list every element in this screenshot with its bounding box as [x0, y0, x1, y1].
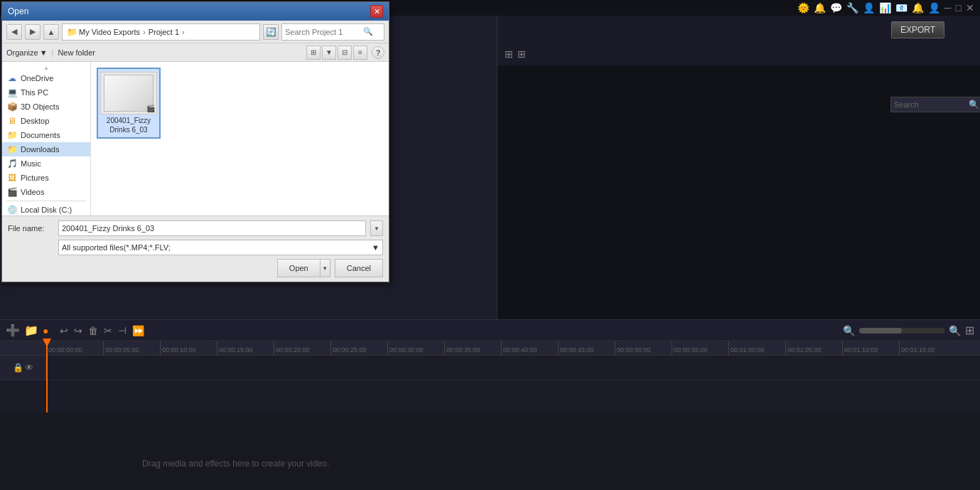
dialog-close-button[interactable]: ✕ — [370, 5, 383, 18]
dialog-titlebar: Open ✕ — [2, 2, 389, 21]
filetype-select[interactable]: All supported files(*.MP4;*.FLV; ▼ — [58, 240, 383, 255]
minimize-icon[interactable]: ─ — [944, 2, 952, 14]
filename-label: File name: — [8, 224, 54, 233]
dialog-bottom: File name: ▼ All supported files(*.MP4;*… — [2, 215, 389, 282]
delete-icon[interactable]: 🗑 — [88, 325, 98, 336]
timeline-ruler-marks: 00:00:00:00 00:00:05:00 00:00:10:00 00:0… — [46, 341, 956, 355]
zoom-out-icon[interactable]: 🔍 — [843, 325, 855, 336]
top-bar-icons: 🌞 🔔 💬 🔧 👤 📊 📧 🔔 👤 ─ □ ✕ — [797, 2, 974, 14]
desktop-icon: 🖥 — [6, 116, 18, 126]
cancel-button[interactable]: Cancel — [335, 259, 383, 277]
ruler-mark-9: 00:00:45:00 — [558, 341, 615, 355]
nav-item-music[interactable]: 🎵 Music — [2, 156, 90, 171]
nav-item-videos[interactable]: 🎬 Videos — [2, 185, 90, 199]
filename-input[interactable] — [58, 220, 366, 236]
dialog-search-input[interactable] — [285, 28, 363, 36]
dialog-body: ▲ ☁ OneDrive 💻 This PC 📦 3D Objects 🖥 De… — [2, 62, 389, 215]
ruler-mark-13: 00:01:05:00 — [785, 341, 842, 355]
timeline-needle[interactable] — [46, 341, 48, 412]
new-folder-button[interactable]: New folder — [58, 48, 95, 57]
nav-label-music: Music — [21, 159, 41, 168]
bell-icon[interactable]: 🔔 — [814, 2, 826, 14]
filter-icon[interactable]: ⊞ — [505, 48, 513, 60]
redo-icon[interactable]: ↪ — [74, 325, 82, 336]
settings-icon[interactable]: 🔧 — [846, 2, 858, 14]
cut-icon[interactable]: ✂ — [104, 325, 112, 336]
speed-icon[interactable]: ⏩ — [132, 325, 144, 336]
filetype-row: All supported files(*.MP4;*.FLV; ▼ — [8, 240, 383, 255]
help-button[interactable]: ? — [372, 46, 384, 59]
localdisk-icon: 💿 — [6, 205, 18, 215]
nav-forward-button[interactable]: ▶ — [25, 24, 41, 40]
ruler-mark-15: 00:01:15:00 — [899, 341, 956, 355]
nav-item-localdisk[interactable]: 💿 Local Disk (C:) — [2, 203, 90, 215]
chat-icon[interactable]: 💬 — [830, 2, 842, 14]
file-item-0[interactable]: 🎬 200401_FizzyDrinks 6_03 — [97, 68, 161, 139]
dialog-toolbar: ◀ ▶ ▲ 📁 My Video Exports › Project 1 › 🔄… — [2, 21, 389, 43]
nav-item-onedrive[interactable]: ☁ OneDrive — [2, 71, 90, 85]
nav-item-pictures[interactable]: 🖼 Pictures — [2, 171, 90, 185]
fit-icon[interactable]: ⊞ — [965, 324, 974, 337]
videos-icon: 🎬 — [6, 187, 18, 197]
scroll-up-indicator[interactable]: ▲ — [2, 65, 90, 71]
view-list-button[interactable]: ≡ — [353, 46, 367, 60]
search-bar[interactable]: Search 🔍 — [890, 97, 980, 112]
nav-divider — [6, 201, 86, 201]
breadcrumb-part1[interactable]: My Video Exports — [79, 28, 140, 36]
organize-button[interactable]: Organize ▼ — [6, 48, 48, 57]
ruler-mark-4: 00:00:20:00 — [274, 341, 330, 355]
timeline-ruler: 00:00:00:00 00:00:05:00 00:00:10:00 00:0… — [0, 341, 980, 356]
ruler-mark-0: 00:00:00:00 — [46, 341, 103, 355]
sun-icon[interactable]: 🌞 — [797, 2, 809, 14]
view-toggle-button[interactable]: ⊞ — [306, 46, 321, 60]
notification-icon[interactable]: 🔔 — [912, 2, 924, 14]
undo-icon[interactable]: ↩ — [60, 325, 68, 336]
pictures-icon: 🖼 — [6, 173, 18, 183]
filename-row: File name: ▼ — [8, 220, 383, 236]
profile-icon[interactable]: 👤 — [928, 2, 940, 14]
add-folder-icon[interactable]: 📁 — [24, 324, 38, 337]
ruler-mark-7: 00:00:35:00 — [444, 341, 501, 355]
ruler-mark-1: 00:00:05:00 — [103, 341, 160, 355]
maximize-icon[interactable]: □ — [956, 2, 962, 14]
ruler-mark-10: 00:00:50:00 — [615, 341, 672, 355]
nav-item-3dobjects[interactable]: 📦 3D Objects — [2, 100, 90, 114]
ruler-mark-3: 00:00:15:00 — [217, 341, 274, 355]
nav-item-thispc[interactable]: 💻 This PC — [2, 85, 90, 100]
nav-item-documents[interactable]: 📁 Documents — [2, 128, 90, 142]
dialog-toolbar2: Organize ▼ | New folder ⊞ ▼ ⊟ ≡ ? — [2, 43, 389, 62]
nav-item-downloads[interactable]: 📁 Downloads — [2, 142, 90, 156]
export-button[interactable]: EXPORT — [891, 21, 944, 38]
mail-icon[interactable]: 📧 — [895, 2, 908, 14]
track-lock-icon[interactable]: 🔒 — [13, 363, 23, 373]
ruler-mark-5: 00:00:25:00 — [330, 341, 387, 355]
nav-back-button[interactable]: ◀ — [6, 24, 22, 40]
open-dropdown-button[interactable]: ▼ — [321, 259, 330, 277]
downloads-icon: 📁 — [6, 144, 18, 154]
open-button[interactable]: Open — [277, 259, 321, 277]
track-eye-icon[interactable]: 👁 — [25, 363, 33, 373]
grid-icon[interactable]: ⊞ — [517, 48, 526, 60]
view-grid-button[interactable]: ⊟ — [338, 46, 352, 60]
zoom-in-icon[interactable]: 🔍 — [949, 325, 961, 336]
refresh-button[interactable]: 🔄 — [263, 24, 279, 40]
dialog-search-icon[interactable]: 🔍 — [363, 27, 373, 36]
timeline-tracks: 🔒 👁 — [0, 356, 980, 412]
breadcrumb-part2[interactable]: Project 1 — [149, 28, 179, 36]
split-icon[interactable]: ⊣ — [118, 325, 126, 336]
chart-icon[interactable]: 📊 — [879, 2, 891, 14]
ruler-mark-14: 00:01:10:00 — [842, 341, 899, 355]
nav-item-desktop[interactable]: 🖥 Desktop — [2, 114, 90, 128]
search-icon[interactable]: 🔍 — [969, 100, 979, 110]
nav-label-pictures: Pictures — [21, 174, 49, 182]
filename-dropdown-button[interactable]: ▼ — [370, 220, 383, 236]
timeline-tool1[interactable]: ● — [43, 325, 48, 336]
nav-up-button[interactable]: ▲ — [43, 24, 59, 40]
thispc-icon: 💻 — [6, 87, 18, 97]
close-icon[interactable]: ✕ — [966, 2, 974, 14]
search-placeholder: Search — [894, 100, 919, 109]
add-track-icon[interactable]: ➕ — [6, 324, 20, 337]
view-dropdown-button[interactable]: ▼ — [322, 46, 336, 60]
user-icon[interactable]: 👤 — [863, 2, 875, 14]
nav-label-onedrive: OneDrive — [21, 74, 53, 82]
